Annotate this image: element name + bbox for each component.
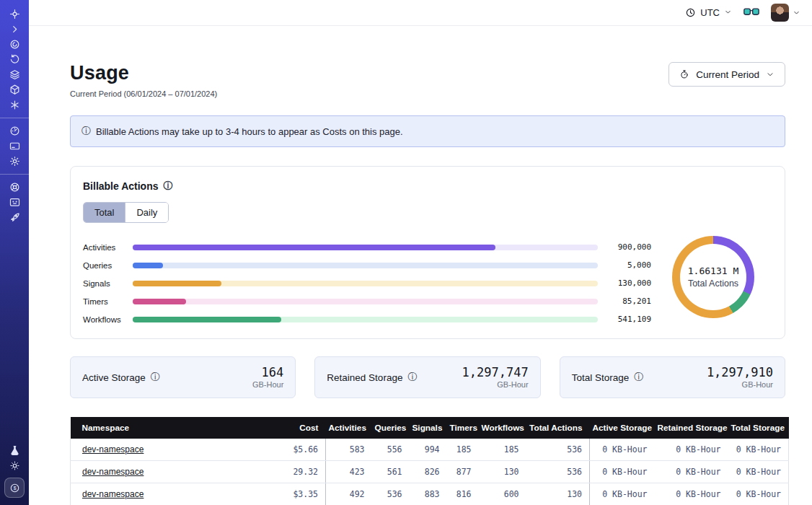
namespace-link[interactable]: dev-namespace: [82, 444, 144, 454]
stopwatch-icon: [679, 69, 689, 79]
active-storage-value: 164: [252, 366, 283, 379]
bar-value: 541,109: [606, 315, 651, 324]
info-icon[interactable]: ⓘ: [634, 371, 643, 384]
cell-activities: 423: [326, 461, 372, 483]
active-storage-unit: GB-Hour: [252, 380, 283, 389]
support-lifebuoy-icon[interactable]: [5, 180, 24, 195]
cell-cost: $3.35: [255, 483, 326, 505]
cell-workflows: 130: [479, 461, 526, 483]
donut-total-value: 1.66131 M: [688, 265, 738, 276]
glasses-icon[interactable]: [743, 6, 759, 19]
bar-value: 130,000: [606, 278, 651, 288]
billable-actions-card: Billable Actions ⓘ Total Daily Activitie…: [70, 166, 785, 339]
bar-track: [133, 317, 598, 322]
stacks-icon[interactable]: [5, 67, 24, 82]
temporal-logo-icon[interactable]: [5, 6, 24, 22]
cell-total-storage: 0 KB-Hour: [728, 483, 789, 505]
namespace-link[interactable]: dev-namespace: [82, 489, 144, 499]
info-icon[interactable]: ⓘ: [407, 371, 417, 384]
timezone-label: UTC: [700, 7, 720, 18]
retained-storage-card: Retained Storage ⓘ 1,297,747 GB-Hour: [314, 356, 540, 398]
bar-fill: [133, 317, 281, 322]
column-header-queries: Queries: [372, 417, 410, 439]
cell-total-storage: 0 KB-Hour: [728, 461, 789, 483]
topbar: UTC: [29, 0, 812, 26]
cell-timers: 185: [447, 439, 479, 461]
cell-workflows: 600: [479, 483, 526, 505]
period-dropdown-button[interactable]: Current Period: [668, 62, 785, 87]
cell-retained-storage: 0 KB-Hour: [655, 483, 728, 505]
cell-signals: 883: [410, 483, 447, 505]
donut-chart: 1.66131 M Total Actions: [672, 236, 754, 318]
table-row: dev-namespace29.324235618268771305360 KB…: [71, 461, 789, 483]
cell-total-actions: 536: [526, 461, 590, 483]
tab-daily[interactable]: Daily: [125, 203, 168, 222]
total-storage-value: 1,297,910: [707, 366, 773, 379]
bar-label: Signals: [83, 279, 133, 288]
chevron-down-icon: [766, 70, 775, 79]
getting-started-rocket-icon[interactable]: [5, 210, 24, 225]
cell-timers: 877: [447, 461, 479, 483]
cell-active-storage: 0 KB-Hour: [590, 483, 655, 505]
usage-gauge-icon[interactable]: [5, 123, 24, 139]
bar-label: Activities: [83, 243, 133, 252]
cell-total-actions: 130: [526, 483, 590, 505]
bar-fill: [133, 299, 186, 304]
cell-workflows: 185: [479, 439, 526, 461]
main-content: Usage Current Period (06/01/2024 – 07/01…: [29, 26, 812, 505]
billing-card-icon[interactable]: [5, 139, 24, 154]
column-header-active-storage: Active Storage: [590, 417, 655, 439]
namespaces-icon[interactable]: [5, 37, 24, 52]
bar-row-queries: Queries5,000: [83, 256, 651, 274]
retained-storage-unit: GB-Hour: [462, 380, 529, 389]
cell-signals: 826: [410, 461, 447, 483]
cell-retained-storage: 0 KB-Hour: [655, 461, 728, 483]
cell-queries: 556: [372, 439, 410, 461]
nexus-icon[interactable]: [5, 97, 24, 113]
bar-label: Workflows: [83, 315, 133, 324]
avatar: [771, 4, 789, 22]
bar-fill: [133, 263, 163, 268]
billable-actions-title: Billable Actions: [83, 180, 159, 192]
namespace-link[interactable]: dev-namespace: [82, 467, 144, 477]
deployments-icon[interactable]: [5, 82, 24, 97]
bar-row-signals: Signals130,000: [83, 274, 651, 292]
bar-label: Timers: [83, 297, 133, 306]
account-menu[interactable]: [771, 4, 800, 22]
bar-value: 900,000: [606, 242, 651, 252]
cell-timers: 816: [447, 483, 479, 505]
page-subtitle: Current Period (06/01/2024 – 07/01/2024): [70, 89, 217, 98]
banner-text: Billable Actions may take up to 3-4 hour…: [96, 126, 403, 137]
bar-chart: Activities900,000Queries5,000Signals130,…: [83, 238, 651, 328]
labs-flask-icon[interactable]: [5, 443, 24, 458]
cell-activities: 492: [326, 483, 372, 505]
chevron-down-icon: [793, 6, 800, 19]
collapse-chevron-icon[interactable]: [5, 22, 24, 37]
bar-track: [133, 299, 598, 304]
chevron-down-icon: [724, 7, 732, 18]
sidebar: $: [0, 0, 29, 505]
timezone-selector[interactable]: UTC: [685, 7, 732, 18]
column-header-retained-storage: Retained Storage: [655, 417, 728, 439]
column-header-total-actions: Total Actions: [526, 417, 590, 439]
settings-gear-icon[interactable]: [5, 154, 24, 169]
info-icon[interactable]: ⓘ: [164, 180, 173, 193]
info-icon[interactable]: ⓘ: [151, 371, 160, 384]
bar-fill: [133, 281, 221, 286]
bar-label: Queries: [83, 261, 133, 270]
bar-track: [133, 281, 598, 286]
terminal-icon[interactable]: [5, 195, 24, 210]
theme-sun-icon[interactable]: [5, 458, 24, 473]
active-storage-card: Active Storage ⓘ 164 GB-Hour: [70, 356, 296, 398]
cell-active-storage: 0 KB-Hour: [590, 439, 655, 461]
column-header-activities: Activities: [326, 417, 372, 439]
total-storage-card: Total Storage ⓘ 1,297,910 GB-Hour: [560, 356, 785, 398]
column-header-cost: Cost: [255, 417, 326, 439]
cell-queries: 561: [372, 461, 410, 483]
bar-track: [133, 263, 598, 268]
column-header-signals: Signals: [410, 417, 447, 439]
sidebar-divider: [0, 174, 29, 175]
schedules-icon[interactable]: [5, 52, 24, 67]
tab-total[interactable]: Total: [84, 203, 125, 222]
credits-coin-icon[interactable]: $: [4, 478, 25, 498]
